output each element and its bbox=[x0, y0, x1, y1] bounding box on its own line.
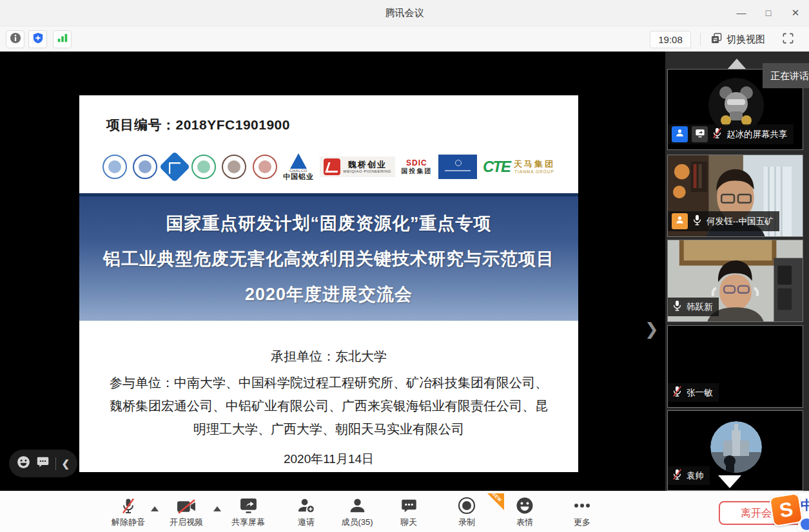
tianma-cn-label: 天马集团 bbox=[514, 160, 555, 169]
participant-name: 韩跃新 bbox=[687, 301, 713, 313]
fullscreen-button[interactable] bbox=[779, 32, 796, 47]
security-button[interactable] bbox=[28, 30, 47, 48]
screen-share-icon bbox=[695, 128, 705, 141]
meeting-control-bar: 解除静音 开启视频 共享屏幕 邀请 成员(35) bbox=[0, 491, 809, 532]
maximize-button[interactable]: □ bbox=[755, 0, 782, 26]
shield-plus-icon bbox=[32, 32, 44, 46]
ellipsis-icon bbox=[572, 496, 592, 515]
participating-units-line: 参与单位：中南大学、中国科学院过程工程研究所、矿冶科技集团有限公司、魏桥集团宏通… bbox=[105, 371, 552, 441]
participant-name: 赵冰的屏幕共享 bbox=[726, 129, 788, 140]
person-icon bbox=[675, 215, 685, 227]
presentation-slide: 项目编号：2018YFC1901900 CHALCO 中国铝业 魏桥创业 bbox=[79, 95, 578, 472]
university-logo-1 bbox=[102, 155, 127, 179]
more-label: 更多 bbox=[574, 517, 590, 528]
emoji-button[interactable]: 表情 bbox=[500, 496, 549, 528]
meeting-info-button[interactable] bbox=[6, 30, 24, 48]
share-screen-button[interactable]: 共享屏幕 bbox=[224, 496, 273, 528]
emoji-label: 表情 bbox=[516, 517, 533, 528]
emoji-reaction-icon[interactable] bbox=[17, 455, 30, 471]
tianma-cte-mark: CTE bbox=[483, 158, 510, 176]
sdic-cn-label: 国投集团 bbox=[401, 167, 432, 175]
chat-label: 聊天 bbox=[400, 517, 417, 528]
switch-view-label: 切换视图 bbox=[726, 33, 765, 46]
switch-view-icon bbox=[710, 32, 723, 46]
chalco-cn-label: 中国铝业 bbox=[283, 173, 314, 180]
reaction-pill: ❮ bbox=[9, 450, 77, 477]
window-title: 腾讯会议 bbox=[0, 0, 809, 26]
mic-on-icon bbox=[672, 299, 683, 314]
tencent-meeting-window: 腾讯会议 — □ ✕ 19:08 切换视图 bbox=[0, 0, 809, 532]
mic-muted-icon bbox=[672, 385, 683, 400]
chat-bubble-icon bbox=[400, 496, 418, 515]
scroll-up-arrow-icon[interactable] bbox=[727, 59, 746, 70]
more-button[interactable]: 更多 bbox=[558, 496, 607, 528]
unmute-button[interactable]: 解除静音 bbox=[104, 496, 153, 528]
camera-off-icon bbox=[177, 496, 197, 515]
quick-chat-icon[interactable] bbox=[36, 455, 50, 471]
smiley-icon bbox=[516, 496, 534, 515]
tianma-logo: CTE 天马集团 TIANMA GROUP bbox=[483, 158, 555, 176]
sogou-ime-icon[interactable]: S bbox=[769, 493, 804, 527]
sdic-en-label: SDIC bbox=[406, 159, 427, 167]
weiqiao-logo: 魏桥创业 WEIQIAO PIONEERING bbox=[320, 157, 395, 177]
fullscreen-icon bbox=[782, 32, 794, 47]
close-button[interactable]: ✕ bbox=[782, 0, 809, 26]
participant-name: 张一敏 bbox=[687, 387, 713, 399]
mic-muted-icon bbox=[712, 127, 723, 142]
participants-sidebar: 正在讲话 赵冰的屏幕共享 bbox=[665, 52, 809, 491]
participant-tile-zhangyimin[interactable]: 张一敏 bbox=[667, 325, 803, 408]
statusbar-divider bbox=[700, 33, 701, 46]
invite-button[interactable]: 邀请 bbox=[282, 496, 331, 528]
weiqiao-en-label: WEIQIAO PIONEERING bbox=[343, 169, 391, 174]
record-label: 录制 bbox=[458, 517, 475, 528]
banner-line-2: 铝工业典型危废无害化高效利用关键技术研究与示范项目 bbox=[103, 247, 554, 271]
record-icon: NEW bbox=[458, 496, 476, 515]
ime-chinese-indicator: 中 bbox=[801, 497, 809, 514]
speaking-indicator-badge: 正在讲话 bbox=[763, 63, 809, 88]
project-number: 项目编号：2018YFC1901900 bbox=[106, 116, 290, 134]
members-label: 成员(35) bbox=[341, 517, 373, 528]
slide-date: 2020年11月14日 bbox=[79, 451, 578, 468]
scroll-down-arrow-icon[interactable] bbox=[718, 475, 741, 488]
role-badge bbox=[672, 126, 688, 142]
screen-share-badge bbox=[692, 126, 708, 142]
record-button[interactable]: NEW 录制 bbox=[442, 496, 491, 528]
start-video-button[interactable]: 开启视频 bbox=[162, 496, 211, 528]
participant-tile-hefayu[interactable]: 何发钰--中国五矿 bbox=[667, 155, 803, 237]
slide-title-banner: 国家重点研发计划“固废资源化”重点专项 铝工业典型危废无害化高效利用关键技术研究… bbox=[79, 193, 578, 321]
banner-line-1: 国家重点研发计划“固废资源化”重点专项 bbox=[166, 212, 492, 235]
titlebar: 腾讯会议 — □ ✕ bbox=[0, 0, 809, 26]
network-quality-button[interactable] bbox=[53, 30, 72, 48]
video-options-caret[interactable] bbox=[213, 506, 221, 511]
statusbar: 19:08 切换视图 bbox=[0, 26, 809, 52]
person-icon bbox=[675, 128, 685, 140]
members-button[interactable]: 成员(35) bbox=[333, 496, 382, 528]
audio-options-caret[interactable] bbox=[151, 506, 159, 511]
sidebar-collapse-chevron-icon[interactable]: ❯ bbox=[645, 321, 659, 337]
mic-on-icon bbox=[692, 214, 703, 229]
mic-muted-icon bbox=[121, 496, 136, 515]
chat-button[interactable]: 聊天 bbox=[384, 496, 433, 528]
unmute-label: 解除静音 bbox=[112, 517, 145, 528]
start-video-label: 开启视频 bbox=[170, 517, 203, 528]
avatar bbox=[710, 421, 762, 473]
institute-logo-4 bbox=[191, 155, 216, 179]
switch-view-button[interactable]: 切换视图 bbox=[707, 30, 769, 48]
university-logo-2 bbox=[133, 155, 157, 179]
guangxi-laibin-logo bbox=[438, 155, 477, 179]
share-screen-icon bbox=[239, 496, 258, 515]
minimize-button[interactable]: — bbox=[728, 0, 755, 26]
chalco-logo: CHALCO 中国铝业 bbox=[283, 153, 314, 181]
banner-line-3: 2020年度进展交流会 bbox=[245, 283, 413, 306]
invite-person-icon bbox=[297, 496, 316, 515]
collapse-pill-chevron-icon[interactable]: ❮ bbox=[61, 458, 70, 470]
role-badge bbox=[672, 213, 688, 229]
participant-tile-hanyuexin[interactable]: 韩跃新 bbox=[667, 240, 803, 322]
participant-name-strip: 何发钰--中国五矿 bbox=[668, 211, 779, 231]
meeting-clock: 19:08 bbox=[650, 31, 691, 48]
shared-screen-stage: 项目编号：2018YFC1901900 CHALCO 中国铝业 魏桥创业 bbox=[0, 52, 665, 532]
share-screen-label: 共享屏幕 bbox=[231, 517, 265, 528]
chalco-triangle-icon bbox=[290, 153, 307, 169]
weiqiao-sail-icon bbox=[324, 158, 340, 175]
members-person-icon bbox=[349, 496, 366, 515]
